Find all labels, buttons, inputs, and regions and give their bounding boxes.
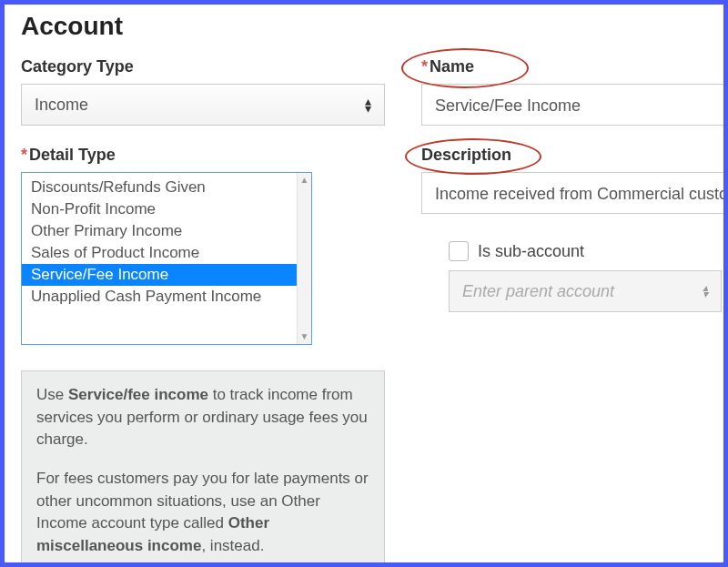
detail-type-help: Use Service/fee income to track income f… [21,370,385,567]
name-label: *Name [421,57,474,76]
scroll-up-icon[interactable]: ▲ [298,173,311,187]
account-form: Account Category Type Income ▴▾ *Detail … [0,0,728,567]
page-title: Account [21,12,707,41]
detail-type-option[interactable]: Discounts/Refunds Given [22,177,311,198]
category-type-select[interactable]: Income ▴▾ [21,84,385,126]
description-input[interactable]: Income received from Commercial custo [421,172,728,214]
detail-type-option[interactable]: Service/Fee Income [22,264,311,286]
required-asterisk: * [21,146,27,164]
select-caret-icon: ▴▾ [365,97,371,113]
parent-account-select[interactable]: Enter parent account ▴▾ [449,270,722,312]
description-label: Description [421,146,511,165]
category-type-value: Income [35,96,88,115]
detail-type-option[interactable]: Unapplied Cash Payment Income [22,286,311,308]
required-asterisk: * [421,57,428,76]
detail-type-label: *Detail Type [21,146,385,165]
scroll-down-icon[interactable]: ▼ [298,329,311,344]
is-sub-account-label: Is sub-account [478,242,584,261]
name-input[interactable]: Service/Fee Income [421,84,728,126]
is-sub-account-checkbox[interactable] [449,241,469,261]
category-type-label: Category Type [21,57,385,76]
select-caret-icon: ▴▾ [703,285,708,298]
detail-type-option[interactable]: Other Primary Income [22,220,311,242]
listbox-scrollbar[interactable]: ▲ ▼ [297,173,311,344]
parent-account-placeholder: Enter parent account [462,282,614,301]
detail-type-listbox[interactable]: Discounts/Refunds GivenNon-Profit Income… [21,172,312,345]
detail-type-option[interactable]: Sales of Product Income [22,242,311,264]
detail-type-option[interactable]: Non-Profit Income [22,198,311,220]
